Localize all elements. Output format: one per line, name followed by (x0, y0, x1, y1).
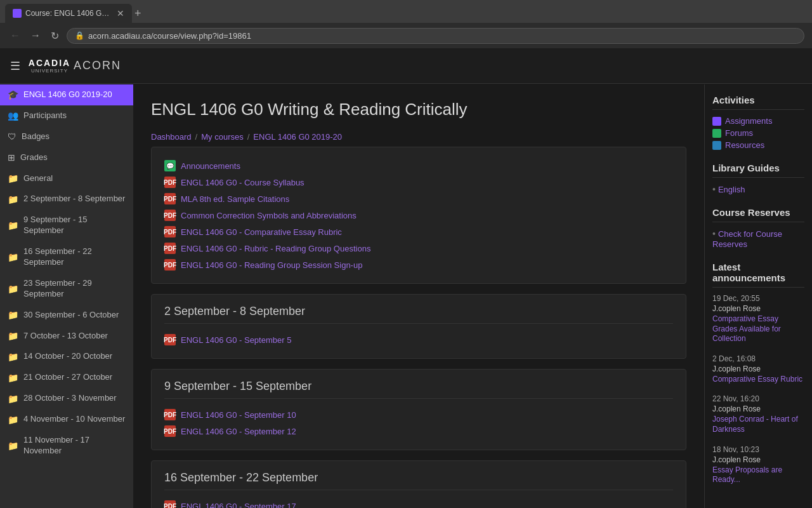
reserves-link[interactable]: Check for Course Reserves (712, 229, 782, 249)
pdf-icon: PDF (164, 177, 176, 188)
sidebar-item[interactable]: 📁2 September - 8 September (0, 189, 133, 210)
announcement-item: 19 Dec, 20:55 J.coplen Rose Comparative … (712, 294, 804, 344)
sidebar-item[interactable]: ⊞Grades (0, 147, 133, 168)
sidebar-item[interactable]: 📁28 October - 3 November (0, 388, 133, 409)
sidebar-item-label: 7 October - 13 October (23, 331, 108, 342)
course-section: 2 September - 8 September PDF ENGL 1406 … (151, 294, 686, 359)
announcement-date: 22 Nov, 16:20 (712, 394, 804, 403)
sidebar-item[interactable]: 📁14 October - 20 October (0, 346, 133, 367)
resource-link[interactable]: Common Correction Symbols and Abbreviati… (181, 211, 357, 220)
sidebar-item[interactable]: 📁4 November - 10 November (0, 409, 133, 430)
resource-link[interactable]: ENGL 1406 G0 - Comparative Essay Rubric (181, 227, 342, 237)
sidebar-item[interactable]: 🎓ENGL 1406 G0 2019-20 (0, 84, 133, 105)
page-title: ENGL 1406 G0 Writing & Reading Criticall… (151, 100, 686, 119)
right-panel: Activities AssignmentsForumsResources Li… (704, 84, 812, 508)
folder-icon: 📁 (8, 194, 18, 204)
sidebar-item-label: Grades (20, 152, 48, 163)
resource-item: PDF ENGL 1406 G0 - September 10 (164, 406, 673, 423)
sidebar-item[interactable]: 🛡Badges (0, 126, 133, 147)
browser-tab[interactable]: Course: ENGL 1406 G0 Wr... ✕ (5, 4, 132, 23)
resource-link[interactable]: ENGL 1406 G0 - Reading Group Session Sig… (181, 260, 362, 270)
activity-label: Assignments (725, 116, 772, 126)
library-link[interactable]: English (718, 185, 745, 194)
announcement-link[interactable]: Comparative Essay Rubric (712, 375, 804, 385)
logo-sub-text: UNIVERSITY (31, 68, 68, 74)
resource-item: PDF ENGL 1406 G0 - September 17 (164, 498, 673, 508)
resource-link[interactable]: ENGL 1406 G0 - September 10 (181, 410, 296, 420)
announcement-link[interactable]: Essay Proposals are Ready... (712, 465, 804, 485)
announcement-link[interactable]: Comparative Essay Grades Available for C… (712, 314, 804, 344)
sidebar-item[interactable]: 📁23 September - 29 September (0, 273, 133, 305)
url-bar[interactable]: 🔒 acorn.acadiau.ca/course/view.php?id=19… (67, 28, 804, 44)
browser-chrome: Course: ENGL 1406 G0 Wr... ✕ + ← → ↻ 🔒 a… (0, 0, 812, 49)
sidebar-item[interactable]: 📁16 September - 22 September (0, 241, 133, 273)
folder-icon: 🎓 (8, 90, 18, 100)
resource-link[interactable]: ENGL 1406 G0 - Rubric - Reading Group Qu… (181, 244, 370, 253)
sidebar-item-label: General (23, 173, 53, 184)
activity-icon (712, 117, 721, 126)
sections-container: 💬 Announcements PDF ENGL 1406 G0 - Cours… (151, 147, 686, 508)
folder-icon: 📁 (8, 252, 18, 262)
announcements-section: Latest announcements 19 Dec, 20:55 J.cop… (712, 262, 804, 485)
resource-link[interactable]: ENGL 1406 G0 - September 5 (181, 335, 291, 345)
section-header: 9 September - 15 September (164, 380, 673, 399)
activity-link[interactable]: Forums (712, 128, 804, 138)
activity-link[interactable]: Assignments (712, 116, 804, 126)
reserves-title: Course Reserves (712, 207, 804, 222)
folder-icon: 📁 (8, 352, 18, 362)
announcement-date: 19 Dec, 20:55 (712, 294, 804, 303)
folder-icon: 📁 (8, 373, 18, 383)
sidebar-item[interactable]: 📁7 October - 13 October (0, 326, 133, 347)
tab-bar: Course: ENGL 1406 G0 Wr... ✕ + (0, 0, 812, 23)
folder-icon: 📁 (8, 173, 18, 184)
sidebar-item-label: 23 September - 29 September (23, 278, 126, 300)
lock-icon: 🔒 (75, 31, 84, 40)
reload-button[interactable]: ↻ (48, 29, 62, 43)
sidebar-item[interactable]: 📁21 October - 27 October (0, 367, 133, 388)
resource-link[interactable]: Announcements (181, 161, 240, 171)
forward-button[interactable]: → (28, 29, 43, 43)
resource-link[interactable]: ENGL 1406 G0 - September 17 (181, 502, 296, 509)
folder-icon: 🛡 (8, 131, 16, 142)
activity-link[interactable]: Resources (712, 140, 804, 150)
pdf-icon: PDF (164, 500, 176, 508)
activity-icon (712, 141, 721, 150)
announcement-author: J.coplen Rose (712, 364, 804, 373)
resource-link[interactable]: ENGL 1406 G0 - September 12 (181, 427, 296, 436)
pdf-icon: PDF (164, 243, 176, 254)
resource-item: 💬 Announcements (164, 157, 673, 174)
breadcrumb-dashboard[interactable]: Dashboard (151, 132, 192, 142)
sidebar: 🎓ENGL 1406 G0 2019-20👥Participants🛡Badge… (0, 84, 133, 508)
app-layout: 🎓ENGL 1406 G0 2019-20👥Participants🛡Badge… (0, 49, 812, 508)
sidebar-item[interactable]: 📁9 September - 15 September (0, 210, 133, 241)
sidebar-item[interactable]: 📁11 November - 17 November (0, 430, 133, 462)
pdf-icon: PDF (164, 425, 176, 437)
resource-link[interactable]: ENGL 1406 G0 - Course Syllabus (181, 178, 304, 187)
announcement-link[interactable]: Joseph Conrad - Heart of Darkness (712, 415, 804, 434)
breadcrumb-my-courses[interactable]: My courses (201, 132, 243, 142)
tab-favicon (13, 9, 22, 18)
resource-item: PDF ENGL 1406 G0 - September 12 (164, 423, 673, 439)
hamburger-menu-button[interactable]: ☰ (10, 59, 20, 73)
resource-item: PDF ENGL 1406 G0 - Rubric - Reading Grou… (164, 240, 673, 257)
sidebar-item-label: 9 September - 15 September (23, 215, 126, 236)
library-section: Library Guides •English (712, 163, 804, 194)
breadcrumb-course[interactable]: ENGL 1406 G0 2019-20 (253, 132, 342, 142)
sidebar-item-label: 2 September - 8 September (23, 194, 125, 204)
back-button[interactable]: ← (8, 29, 23, 43)
course-section: 💬 Announcements PDF ENGL 1406 G0 - Cours… (151, 147, 686, 284)
resource-item: PDF ENGL 1406 G0 - September 5 (164, 331, 673, 348)
sidebar-item[interactable]: 📁General (0, 168, 133, 189)
sidebar-item-label: 28 October - 3 November (23, 393, 117, 404)
new-tab-button[interactable]: + (134, 8, 141, 19)
logo-main-text: ACADIA (29, 58, 70, 68)
resource-link[interactable]: MLA 8th ed. Sample Citations (181, 194, 289, 204)
folder-icon: 📁 (8, 310, 18, 320)
course-section: 9 September - 15 September PDF ENGL 1406… (151, 369, 686, 450)
tab-close-button[interactable]: ✕ (117, 8, 124, 18)
sidebar-item[interactable]: 👥Participants (0, 105, 133, 126)
announcement-author: J.coplen Rose (712, 455, 804, 464)
breadcrumb-sep-1: / (195, 132, 198, 142)
sidebar-item[interactable]: 📁30 September - 6 October (0, 305, 133, 326)
section-header: 16 September - 22 September (164, 471, 673, 490)
